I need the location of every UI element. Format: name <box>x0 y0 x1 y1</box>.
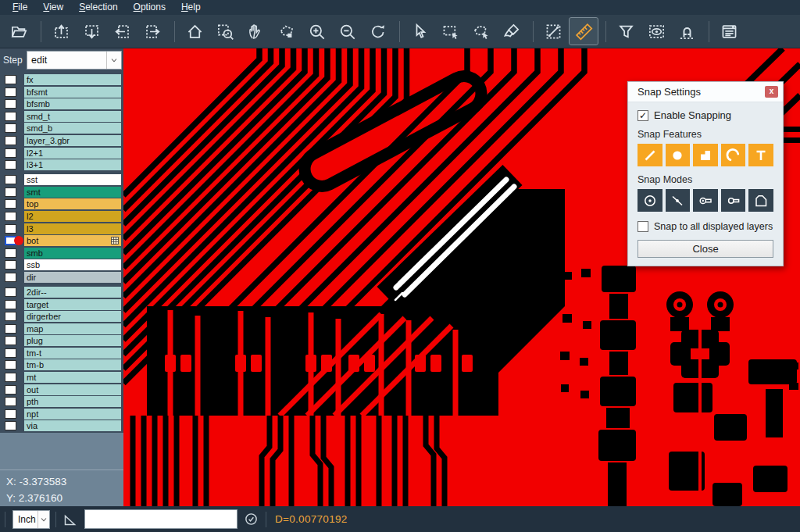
layer-label[interactable]: target <box>24 299 121 310</box>
layer-label[interactable]: 2dir-- <box>24 287 121 298</box>
layer-row-dir[interactable]: dir <box>0 272 123 283</box>
unit-select[interactable]: Inch <box>12 510 50 529</box>
layer-checkbox[interactable] <box>5 260 16 270</box>
layer-row-top[interactable]: top <box>0 198 123 209</box>
layer-row-via[interactable]: via <box>0 420 123 431</box>
layer-label[interactable]: l2+1 <box>24 148 121 159</box>
layer-label[interactable]: top <box>24 198 121 209</box>
snap-pad-exit-button[interactable] <box>721 189 746 212</box>
select-rectangle-button[interactable] <box>436 18 464 45</box>
snap-pad-button[interactable] <box>666 144 691 166</box>
layer-row-smt[interactable]: smt <box>0 187 123 198</box>
layer-checkbox[interactable] <box>5 409 16 419</box>
layer-checkbox[interactable] <box>5 385 16 395</box>
shift-view-up-button[interactable] <box>47 18 75 45</box>
zoom-selection-button[interactable] <box>272 18 300 45</box>
layer-checkbox[interactable] <box>5 199 16 209</box>
layer-label[interactable]: sst <box>24 174 121 185</box>
layer-checkbox[interactable] <box>5 312 16 321</box>
layer-checkbox[interactable] <box>5 373 16 382</box>
circle-check-icon[interactable] <box>244 512 259 527</box>
layer-row-ssb[interactable]: ssb <box>0 259 123 270</box>
layer-checkbox[interactable] <box>5 136 16 145</box>
layer-row-2dir--[interactable]: 2dir-- <box>0 287 123 298</box>
layer-label[interactable]: ssb <box>24 259 121 270</box>
layer-checkbox[interactable] <box>5 148 16 158</box>
layer-label[interactable]: mt <box>24 372 121 383</box>
snap-all-layers-checkbox[interactable] <box>638 221 648 232</box>
layer-row-fx[interactable]: fx <box>0 74 123 85</box>
step-select[interactable]: edit <box>27 51 122 70</box>
snap-surface-button[interactable] <box>693 144 718 166</box>
snap-text-button[interactable] <box>748 144 773 166</box>
layer-row-map[interactable]: map <box>0 323 123 334</box>
snap-contour-button[interactable] <box>748 189 773 212</box>
menu-view[interactable]: View <box>35 0 71 15</box>
layer-label[interactable]: l2 <box>24 211 121 222</box>
layer-row-smd_t[interactable]: smd_t <box>0 111 123 122</box>
select-polygon-button[interactable] <box>466 18 495 45</box>
snap-line-button[interactable] <box>638 144 662 166</box>
layer-label[interactable]: smt <box>24 187 121 198</box>
layer-row-bfsmt[interactable]: bfsmt <box>0 87 123 98</box>
layer-label[interactable]: l3 <box>24 223 121 234</box>
layer-label[interactable]: plug <box>24 335 121 346</box>
layer-checkbox[interactable] <box>5 287 16 297</box>
zoom-in-button[interactable] <box>302 18 330 45</box>
layer-row-layer_3.gbr[interactable]: layer_3.gbr <box>0 135 123 146</box>
close-icon[interactable]: x <box>765 86 778 98</box>
zoom-out-button[interactable] <box>333 18 361 45</box>
layer-row-mt[interactable]: mt <box>0 372 123 383</box>
layer-checkbox[interactable] <box>5 175 16 184</box>
snap-midpoint-button[interactable] <box>666 189 691 212</box>
layer-label[interactable]: l3+1 <box>24 159 121 170</box>
layer-row-l3[interactable]: l3 <box>0 223 123 234</box>
layer-row-smd_b[interactable]: smd_b <box>0 123 123 134</box>
ruler-button[interactable] <box>570 18 598 45</box>
menu-options[interactable]: Options <box>126 0 173 15</box>
dialog-title-bar[interactable]: Snap Settings x <box>628 82 783 102</box>
layer-checkbox[interactable] <box>5 224 16 234</box>
layer-checkbox[interactable] <box>5 248 16 258</box>
shift-view-right-button[interactable] <box>138 18 166 45</box>
highlight-button[interactable] <box>642 18 670 45</box>
layer-row-l3+1[interactable]: l3+1 <box>0 159 123 170</box>
layer-checkbox[interactable] <box>5 99 16 109</box>
layer-checkbox[interactable] <box>5 421 16 430</box>
clear-highlight-button[interactable] <box>497 18 525 45</box>
layer-checkbox[interactable] <box>5 336 16 345</box>
layer-checkbox[interactable] <box>5 324 16 334</box>
layer-row-bfsmb[interactable]: bfsmb <box>0 98 123 109</box>
layer-checkbox[interactable] <box>5 397 16 406</box>
snap-center-button[interactable] <box>638 189 662 212</box>
layer-label[interactable]: smd_b <box>24 123 121 134</box>
command-input[interactable] <box>84 509 238 529</box>
layer-checkbox[interactable] <box>5 348 16 358</box>
select-button[interactable] <box>405 18 434 45</box>
layer-row-smb[interactable]: smb <box>0 248 123 259</box>
close-button[interactable]: Close <box>638 240 773 258</box>
filter-button[interactable] <box>612 18 640 45</box>
layer-row-pth[interactable]: pth <box>0 396 123 407</box>
layer-checkbox[interactable] <box>5 360 16 370</box>
layer-label[interactable]: bfsmt <box>24 87 121 98</box>
pan-button[interactable] <box>241 18 270 45</box>
layer-row-npt[interactable]: npt <box>0 409 123 420</box>
shift-view-left-button[interactable] <box>108 18 136 45</box>
layer-row-sst[interactable]: sst <box>0 174 123 185</box>
layer-checkbox[interactable] <box>5 87 16 97</box>
layer-checkbox[interactable] <box>5 212 16 221</box>
layer-label[interactable]: smb <box>24 248 121 259</box>
layer-label[interactable]: fx <box>24 74 121 85</box>
zoom-window-button[interactable] <box>211 18 239 45</box>
layer-row-bot[interactable]: bot <box>0 235 123 246</box>
layer-label[interactable]: out <box>24 384 121 395</box>
zoom-previous-button[interactable] <box>363 18 391 45</box>
layer-checkbox[interactable] <box>5 300 16 309</box>
layer-label[interactable]: bot <box>24 235 121 246</box>
snap-pad-entry-button[interactable] <box>693 189 718 212</box>
layer-label[interactable]: via <box>24 420 121 431</box>
layer-label[interactable]: dirgerber <box>24 311 121 322</box>
layer-row-tm-t[interactable]: tm-t <box>0 348 123 359</box>
layer-label[interactable]: smd_t <box>24 111 121 122</box>
